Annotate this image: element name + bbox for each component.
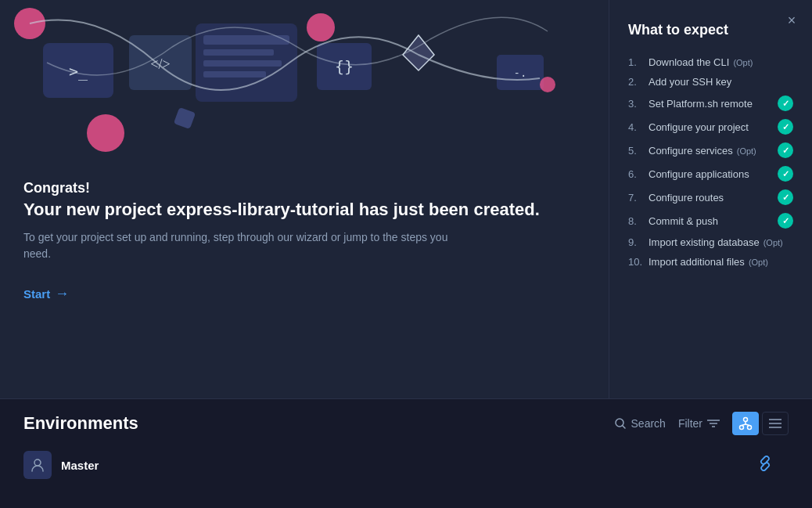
person-icon: [30, 457, 45, 473]
step-left: 7.Configure routes: [628, 192, 724, 204]
step-item: 6.Configure applications: [628, 162, 793, 186]
step-left: 4.Configure your project: [628, 121, 749, 133]
search-icon: [614, 417, 627, 430]
right-sidebar: × What to expect 1.Download the CLI (Opt…: [609, 0, 812, 398]
svg-point-16: [87, 114, 124, 152]
svg-rect-3: [203, 60, 282, 67]
check-icon: [778, 213, 793, 229]
step-number: 4.: [628, 121, 644, 133]
check-icon: [778, 119, 793, 135]
step-opt: (Opt): [761, 238, 783, 247]
svg-marker-11: [403, 35, 434, 70]
list-view-button[interactable]: [762, 412, 789, 435]
check-icon: [778, 166, 793, 182]
step-item: 9.Import existing database (Opt): [628, 232, 793, 252]
step-item: 5.Configure services (Opt): [628, 139, 793, 162]
start-label: Start: [23, 287, 50, 301]
view-buttons: [732, 412, 789, 435]
step-number: 1.: [628, 56, 644, 68]
svg-point-15: [307, 13, 335, 41]
check-icon: [778, 189, 793, 205]
congrats-label: Congrats!: [23, 180, 585, 196]
svg-text:>_: >_: [69, 62, 88, 81]
illustration-area: >_ </> {} -.: [0, 0, 609, 398]
svg-text:{}: {}: [335, 57, 354, 76]
main-container: >_ </> {} -.: [0, 0, 812, 508]
step-item: 8.Commit & push: [628, 209, 793, 232]
step-left: 10.Import additional files (Opt): [628, 256, 768, 268]
step-item: 4.Configure your project: [628, 115, 793, 139]
close-button[interactable]: ×: [782, 11, 801, 30]
svg-text:-.: -.: [514, 67, 527, 79]
illustration-svg: >_ </> {} -.: [0, 0, 571, 164]
step-item: 2.Add your SSH key: [628, 72, 793, 92]
step-number: 9.: [628, 236, 644, 248]
illustration-wrapper: >_ </> {} -.: [0, 0, 571, 164]
step-number: 10.: [628, 256, 644, 268]
master-avatar: [23, 451, 52, 479]
search-area[interactable]: Search: [614, 417, 666, 430]
steps-list: 1.Download the CLI (Opt)2.Add your SSH k…: [628, 52, 793, 272]
step-label: Configure routes: [649, 192, 724, 204]
step-number: 8.: [628, 215, 644, 227]
arrow-icon: →: [55, 286, 69, 302]
step-number: 6.: [628, 168, 644, 180]
filter-label: Filter: [678, 417, 702, 430]
step-label: Import existing database (Opt): [649, 236, 783, 248]
master-row[interactable]: Master: [23, 451, 789, 479]
step-opt: (Opt): [731, 58, 753, 67]
svg-line-29: [746, 424, 749, 426]
step-item: 10.Import additional files (Opt): [628, 252, 793, 272]
step-label: Commit & push: [649, 215, 718, 227]
filter-area[interactable]: Filter: [678, 417, 720, 430]
step-left: 5.Configure services (Opt): [628, 145, 756, 157]
step-left: 1.Download the CLI (Opt): [628, 56, 753, 68]
step-label: Configure applications: [649, 168, 749, 180]
step-left: 8.Commit & push: [628, 215, 718, 227]
svg-rect-17: [174, 107, 196, 129]
top-panel: >_ </> {} -.: [0, 0, 812, 398]
step-number: 5.: [628, 145, 644, 157]
step-label: Configure your project: [649, 121, 749, 133]
svg-rect-2: [203, 49, 274, 56]
step-left: 2.Add your SSH key: [628, 76, 731, 88]
step-opt: (Opt): [746, 258, 768, 267]
svg-point-18: [540, 77, 555, 92]
step-item: 3.Set Platform.sh remote: [628, 92, 793, 115]
step-label: Configure services (Opt): [649, 145, 756, 157]
step-item: 1.Download the CLI (Opt): [628, 52, 793, 72]
step-number: 7.: [628, 192, 644, 204]
svg-line-20: [622, 426, 625, 429]
svg-rect-4: [203, 71, 266, 77]
step-number: 2.: [628, 76, 644, 88]
environments-header: Environments Search Filter: [23, 412, 789, 435]
filter-icon: [707, 419, 720, 428]
start-link[interactable]: Start →: [23, 286, 69, 302]
check-icon: [778, 95, 793, 111]
step-number: 3.: [628, 98, 644, 110]
step-label: Set Platform.sh remote: [649, 98, 753, 110]
content-area: Congrats! Your new project express-libra…: [0, 164, 609, 398]
step-label: Download the CLI (Opt): [649, 56, 753, 68]
step-left: 6.Configure applications: [628, 168, 749, 180]
step-label: Import additional files (Opt): [649, 256, 768, 268]
svg-point-25: [740, 426, 744, 430]
step-label: Add your SSH key: [649, 76, 731, 88]
environments-title: Environments: [23, 413, 138, 434]
tree-view-button[interactable]: [732, 412, 759, 435]
project-description: To get your project set up and running, …: [23, 229, 462, 262]
master-name: Master: [61, 459, 748, 472]
step-opt: (Opt): [735, 146, 756, 156]
svg-point-33: [34, 459, 41, 466]
bottom-panel: Environments Search Filter: [0, 398, 812, 508]
svg-point-26: [748, 426, 752, 430]
svg-point-24: [744, 418, 748, 422]
step-item: 7.Configure routes: [628, 186, 793, 209]
project-title: Your new project express-library-tutoria…: [23, 200, 585, 220]
check-icon: [778, 142, 793, 158]
what-to-expect-title: What to expect: [628, 22, 793, 38]
tree-icon: [738, 416, 753, 431]
list-icon: [769, 418, 781, 429]
link-icon[interactable]: [757, 456, 773, 475]
environments-controls: Search Filter: [614, 412, 789, 435]
